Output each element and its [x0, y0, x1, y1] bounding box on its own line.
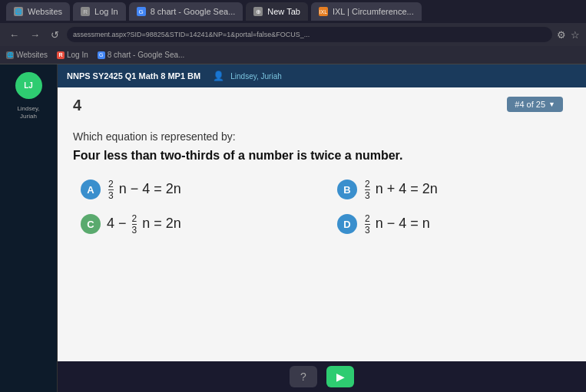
user-avatar: LJ [15, 72, 42, 99]
tab-bar: 🌐 Websites R Log In G 8 chart - Google S… [0, 0, 586, 23]
fraction-b-num: 2 [365, 180, 370, 190]
reload-button[interactable]: ↺ [48, 28, 62, 42]
fraction-b-den: 3 [365, 190, 370, 200]
help-button[interactable]: ? [290, 366, 317, 387]
sidebar-user-label: Lindsey,Juriah [17, 105, 39, 120]
fraction-c-num: 2 [132, 214, 137, 225]
assessment-title: NNPS SY2425 Q1 Math 8 MP1 BM [67, 71, 200, 81]
tab-chart[interactable]: G 8 chart - Google Sea... [129, 2, 243, 21]
tab-favicon-new-tab: ⊕ [253, 7, 263, 16]
fraction-a: 2 3 [108, 180, 114, 200]
question-area: 4 #4 of 25 ▼ Which equation is represent… [58, 87, 586, 392]
content-header: NNPS SY2425 Q1 Math 8 MP1 BM 👤 Lindsey, … [58, 64, 586, 87]
question-stem: Four less than two-thirds of a number is… [73, 149, 571, 163]
answer-circle-b: B [337, 180, 357, 199]
back-button[interactable]: ← [6, 28, 22, 42]
tab-ixl[interactable]: IXL IXL | Circumference... [311, 2, 422, 21]
bookmark-websites-icon: 🌐 [6, 51, 14, 59]
tab-favicon-websites: 🌐 [14, 7, 23, 16]
sidebar: LJ Lindsey,Juriah [0, 64, 58, 392]
badge-text: #4 of 25 [515, 100, 545, 109]
fraction-c-den: 3 [132, 225, 137, 235]
bookmark-star-icon[interactable]: ☆ [571, 29, 580, 41]
tab-label-websites: Websites [28, 7, 62, 16]
tab-label-new-tab: New Tab [267, 7, 300, 16]
fraction-c: 2 3 [132, 214, 137, 235]
forward-button[interactable]: → [27, 28, 43, 42]
fraction-d-num: 2 [365, 214, 370, 225]
tab-favicon-chart: G [137, 7, 146, 16]
tab-new-tab[interactable]: ⊕ New Tab [246, 2, 308, 21]
answer-circle-c: C [81, 214, 101, 234]
bookmark-chart[interactable]: G 8 chart - Google Sea... [98, 51, 185, 59]
answer-option-c[interactable]: C 4 − 2 3 n = 2n [81, 212, 306, 235]
answers-grid: A 2 3 n − 4 = 2n B 2 3 [73, 178, 571, 235]
tab-favicon-login: R [81, 7, 90, 16]
student-icon: 👤 [213, 71, 224, 81]
extensions-icon[interactable]: ⚙ [557, 29, 566, 41]
next-button[interactable]: ▶ [326, 366, 354, 387]
answer-math-d: 2 3 n − 4 = n [363, 214, 430, 235]
answer-option-a[interactable]: A 2 3 n − 4 = 2n [81, 178, 306, 200]
user-initials: LJ [24, 81, 33, 90]
tab-label-chart: 8 chart - Google Sea... [151, 7, 236, 16]
tab-label-login: Log In [94, 7, 118, 16]
answer-math-c: 4 − 2 3 n = 2n [107, 214, 181, 235]
fraction-a-den: 3 [108, 190, 114, 200]
tab-login[interactable]: R Log In [73, 2, 126, 21]
answer-math-a: 2 3 n − 4 = 2n [107, 180, 181, 200]
answer-circle-d: D [337, 214, 357, 234]
browser-chrome: 🌐 Websites R Log In G 8 chart - Google S… [0, 0, 586, 46]
content-area: NNPS SY2425 Q1 Math 8 MP1 BM 👤 Lindsey, … [58, 64, 586, 392]
bookmark-chart-icon: G [98, 51, 105, 59]
question-number: 4 [73, 97, 81, 114]
main-content: LJ Lindsey,Juriah NNPS SY2425 Q1 Math 8 … [0, 64, 586, 392]
bottom-bar: ? ▶ [58, 361, 586, 392]
tab-favicon-ixl: IXL [319, 7, 328, 16]
tab-websites[interactable]: 🌐 Websites [6, 2, 70, 21]
answer-option-d[interactable]: D 2 3 n − 4 = n [337, 212, 563, 235]
bookmarks-bar: 🌐 Websites R Log In G 8 chart - Google S… [0, 46, 586, 64]
next-icon: ▶ [336, 371, 345, 383]
fraction-b: 2 3 [365, 180, 370, 200]
address-bar[interactable]: assessment.aspx?SID=98825&STID=14241&NP=… [67, 27, 552, 42]
answer-math-b: 2 3 n + 4 = 2n [363, 180, 438, 200]
bookmark-login-label: Log In [67, 51, 88, 59]
tab-label-ixl: IXL | Circumference... [333, 7, 414, 16]
bookmark-websites[interactable]: 🌐 Websites [6, 51, 48, 59]
bookmark-websites-label: Websites [16, 51, 48, 59]
nav-icons: ⚙ ☆ [557, 29, 580, 41]
answer-circle-a: A [81, 180, 101, 199]
question-badge[interactable]: #4 of 25 ▼ [507, 97, 563, 112]
student-name: Lindsey, Juriah [230, 72, 282, 81]
bookmark-chart-label: 8 chart - Google Sea... [108, 51, 185, 59]
fraction-a-num: 2 [108, 180, 114, 190]
badge-arrow-icon: ▼ [548, 100, 555, 108]
question-prompt: Which equation is represented by: [73, 130, 571, 143]
address-text: assessment.aspx?SID=98825&STID=14241&NP=… [73, 31, 310, 38]
fraction-d: 2 3 [365, 214, 370, 235]
navigation-bar: ← → ↺ assessment.aspx?SID=98825&STID=142… [0, 23, 586, 46]
answer-option-b[interactable]: B 2 3 n + 4 = 2n [337, 178, 563, 200]
help-icon: ? [300, 371, 306, 383]
bookmark-login[interactable]: R Log In [57, 51, 88, 59]
bookmark-login-icon: R [57, 51, 65, 59]
fraction-d-den: 3 [365, 225, 370, 235]
